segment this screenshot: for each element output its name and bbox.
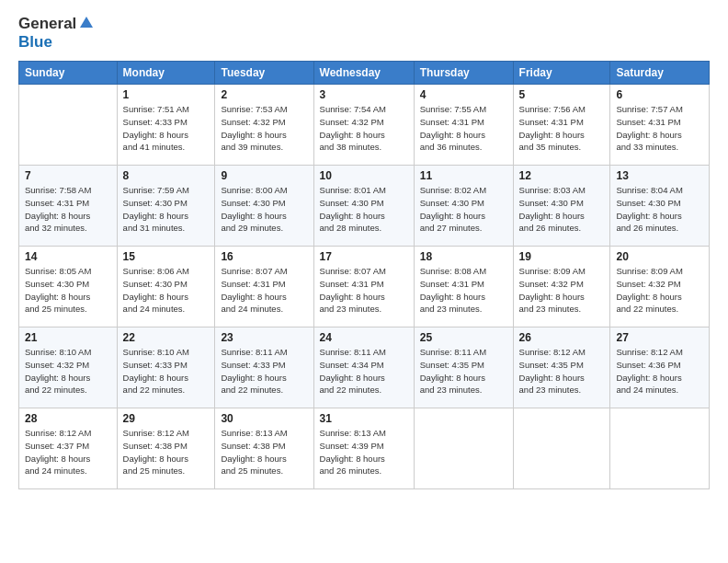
calendar-week-5: 28Sunrise: 8:12 AM Sunset: 4:37 PM Dayli… xyxy=(19,408,710,489)
day-info: Sunrise: 7:51 AM Sunset: 4:33 PM Dayligh… xyxy=(123,103,210,154)
day-info: Sunrise: 7:58 AM Sunset: 4:31 PM Dayligh… xyxy=(25,184,111,235)
day-info: Sunrise: 7:53 AM Sunset: 4:32 PM Dayligh… xyxy=(221,103,307,154)
day-info: Sunrise: 8:12 AM Sunset: 4:35 PM Dayligh… xyxy=(519,346,605,396)
day-number: 7 xyxy=(25,169,111,182)
day-number: 2 xyxy=(221,88,307,101)
calendar-cell: 27Sunrise: 8:12 AM Sunset: 4:36 PM Dayli… xyxy=(610,327,710,408)
day-info: Sunrise: 8:07 AM Sunset: 4:31 PM Dayligh… xyxy=(320,265,408,316)
day-info: Sunrise: 8:09 AM Sunset: 4:32 PM Dayligh… xyxy=(616,265,703,316)
day-info: Sunrise: 8:12 AM Sunset: 4:38 PM Dayligh… xyxy=(123,427,210,477)
calendar-cell: 26Sunrise: 8:12 AM Sunset: 4:35 PM Dayli… xyxy=(513,327,610,408)
day-number: 8 xyxy=(123,169,210,182)
day-number: 21 xyxy=(25,331,111,344)
day-info: Sunrise: 8:00 AM Sunset: 4:30 PM Dayligh… xyxy=(221,184,307,235)
day-number: 18 xyxy=(420,250,507,263)
day-number: 26 xyxy=(519,331,605,344)
logo: General Blue xyxy=(18,15,95,52)
day-info: Sunrise: 8:09 AM Sunset: 4:32 PM Dayligh… xyxy=(519,265,605,316)
weekday-header-saturday: Saturday xyxy=(610,62,710,85)
page: General Blue SundayMondayTuesdayWednesda… xyxy=(0,0,728,563)
calendar-table: SundayMondayTuesdayWednesdayThursdayFrid… xyxy=(18,61,710,489)
day-info: Sunrise: 8:13 AM Sunset: 4:38 PM Dayligh… xyxy=(221,427,307,477)
calendar-cell: 2Sunrise: 7:53 AM Sunset: 4:32 PM Daylig… xyxy=(215,85,313,166)
calendar-cell: 18Sunrise: 8:08 AM Sunset: 4:31 PM Dayli… xyxy=(414,247,513,327)
day-number: 9 xyxy=(221,169,307,182)
calendar-cell xyxy=(414,408,513,489)
logo-icon xyxy=(78,15,95,31)
day-info: Sunrise: 8:10 AM Sunset: 4:32 PM Dayligh… xyxy=(25,346,111,396)
calendar-cell: 22Sunrise: 8:10 AM Sunset: 4:33 PM Dayli… xyxy=(117,327,215,408)
day-info: Sunrise: 8:13 AM Sunset: 4:39 PM Dayligh… xyxy=(320,427,408,477)
calendar-cell: 30Sunrise: 8:13 AM Sunset: 4:38 PM Dayli… xyxy=(215,408,313,489)
day-number: 13 xyxy=(616,169,703,182)
calendar-cell: 31Sunrise: 8:13 AM Sunset: 4:39 PM Dayli… xyxy=(313,408,414,489)
day-info: Sunrise: 8:05 AM Sunset: 4:30 PM Dayligh… xyxy=(25,265,111,316)
weekday-header-thursday: Thursday xyxy=(414,62,513,85)
calendar-cell: 4Sunrise: 7:55 AM Sunset: 4:31 PM Daylig… xyxy=(414,85,513,166)
day-number: 17 xyxy=(320,250,408,263)
calendar-cell: 1Sunrise: 7:51 AM Sunset: 4:33 PM Daylig… xyxy=(117,85,215,166)
calendar-cell: 11Sunrise: 8:02 AM Sunset: 4:30 PM Dayli… xyxy=(414,166,513,247)
calendar-cell: 19Sunrise: 8:09 AM Sunset: 4:32 PM Dayli… xyxy=(513,247,610,327)
day-number: 15 xyxy=(123,250,210,263)
logo-general: General xyxy=(18,15,76,33)
day-info: Sunrise: 8:10 AM Sunset: 4:33 PM Dayligh… xyxy=(123,346,210,396)
day-info: Sunrise: 8:03 AM Sunset: 4:30 PM Dayligh… xyxy=(519,184,605,235)
weekday-header-tuesday: Tuesday xyxy=(215,62,313,85)
day-info: Sunrise: 8:11 AM Sunset: 4:34 PM Dayligh… xyxy=(320,346,408,396)
day-number: 4 xyxy=(420,88,507,101)
calendar-cell xyxy=(19,85,118,166)
logo-blue: Blue xyxy=(18,33,52,51)
day-info: Sunrise: 8:11 AM Sunset: 4:35 PM Dayligh… xyxy=(420,346,507,396)
day-info: Sunrise: 7:56 AM Sunset: 4:31 PM Dayligh… xyxy=(519,103,605,154)
weekday-header-sunday: Sunday xyxy=(19,62,118,85)
day-info: Sunrise: 8:06 AM Sunset: 4:30 PM Dayligh… xyxy=(123,265,210,316)
calendar-cell: 28Sunrise: 8:12 AM Sunset: 4:37 PM Dayli… xyxy=(19,408,118,489)
day-number: 5 xyxy=(519,88,605,101)
day-info: Sunrise: 8:12 AM Sunset: 4:36 PM Dayligh… xyxy=(616,346,703,396)
calendar-cell: 15Sunrise: 8:06 AM Sunset: 4:30 PM Dayli… xyxy=(117,247,215,327)
day-info: Sunrise: 8:07 AM Sunset: 4:31 PM Dayligh… xyxy=(221,265,307,316)
day-number: 19 xyxy=(519,250,605,263)
day-number: 30 xyxy=(221,412,307,425)
day-number: 3 xyxy=(320,88,408,101)
calendar-week-2: 7Sunrise: 7:58 AM Sunset: 4:31 PM Daylig… xyxy=(19,166,710,247)
calendar-cell: 20Sunrise: 8:09 AM Sunset: 4:32 PM Dayli… xyxy=(610,247,710,327)
calendar-cell: 29Sunrise: 8:12 AM Sunset: 4:38 PM Dayli… xyxy=(117,408,215,489)
calendar-week-3: 14Sunrise: 8:05 AM Sunset: 4:30 PM Dayli… xyxy=(19,247,710,327)
day-number: 28 xyxy=(25,412,111,425)
day-number: 29 xyxy=(123,412,210,425)
day-info: Sunrise: 7:57 AM Sunset: 4:31 PM Dayligh… xyxy=(616,103,703,154)
header: General Blue xyxy=(18,15,710,52)
weekday-header-friday: Friday xyxy=(513,62,610,85)
calendar-cell: 3Sunrise: 7:54 AM Sunset: 4:32 PM Daylig… xyxy=(313,85,414,166)
calendar-cell: 13Sunrise: 8:04 AM Sunset: 4:30 PM Dayli… xyxy=(610,166,710,247)
day-number: 24 xyxy=(320,331,408,344)
day-info: Sunrise: 8:01 AM Sunset: 4:30 PM Dayligh… xyxy=(320,184,408,235)
day-info: Sunrise: 7:55 AM Sunset: 4:31 PM Dayligh… xyxy=(420,103,507,154)
weekday-header-monday: Monday xyxy=(117,62,215,85)
calendar-cell: 6Sunrise: 7:57 AM Sunset: 4:31 PM Daylig… xyxy=(610,85,710,166)
day-info: Sunrise: 8:02 AM Sunset: 4:30 PM Dayligh… xyxy=(420,184,507,235)
calendar-cell: 21Sunrise: 8:10 AM Sunset: 4:32 PM Dayli… xyxy=(19,327,118,408)
calendar-week-1: 1Sunrise: 7:51 AM Sunset: 4:33 PM Daylig… xyxy=(19,85,710,166)
day-number: 11 xyxy=(420,169,507,182)
day-number: 1 xyxy=(123,88,210,101)
calendar-cell: 24Sunrise: 8:11 AM Sunset: 4:34 PM Dayli… xyxy=(313,327,414,408)
day-info: Sunrise: 8:12 AM Sunset: 4:37 PM Dayligh… xyxy=(25,427,111,477)
calendar-cell: 9Sunrise: 8:00 AM Sunset: 4:30 PM Daylig… xyxy=(215,166,313,247)
calendar-cell: 17Sunrise: 8:07 AM Sunset: 4:31 PM Dayli… xyxy=(313,247,414,327)
day-number: 6 xyxy=(616,88,703,101)
calendar-cell xyxy=(610,408,710,489)
weekday-header-wednesday: Wednesday xyxy=(313,62,414,85)
day-number: 20 xyxy=(616,250,703,263)
calendar-cell: 23Sunrise: 8:11 AM Sunset: 4:33 PM Dayli… xyxy=(215,327,313,408)
calendar-cell: 25Sunrise: 8:11 AM Sunset: 4:35 PM Dayli… xyxy=(414,327,513,408)
day-number: 27 xyxy=(616,331,703,344)
calendar-cell: 16Sunrise: 8:07 AM Sunset: 4:31 PM Dayli… xyxy=(215,247,313,327)
day-number: 22 xyxy=(123,331,210,344)
calendar-cell: 12Sunrise: 8:03 AM Sunset: 4:30 PM Dayli… xyxy=(513,166,610,247)
calendar-header-row: SundayMondayTuesdayWednesdayThursdayFrid… xyxy=(19,62,710,85)
day-number: 16 xyxy=(221,250,307,263)
calendar-cell: 8Sunrise: 7:59 AM Sunset: 4:30 PM Daylig… xyxy=(117,166,215,247)
